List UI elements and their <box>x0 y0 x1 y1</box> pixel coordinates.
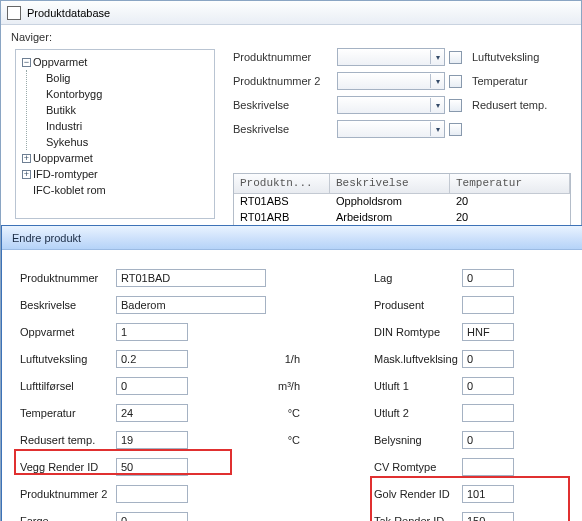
form-row: Temperatur°C <box>20 399 290 426</box>
filter-checkbox[interactable] <box>449 99 462 112</box>
filter-row: Produktnummer 2 ▾ Temperatur <box>233 69 573 93</box>
filter-option-label: Redusert temp. <box>472 99 547 111</box>
filter-label: Beskrivelse <box>233 123 333 135</box>
filter-checkbox[interactable] <box>449 51 462 64</box>
edit-body: ProduktnummerBeskrivelseOppvarmetLuftutv… <box>2 250 582 517</box>
expand-icon[interactable]: + <box>22 170 31 179</box>
field-input[interactable] <box>462 269 514 287</box>
field-input[interactable] <box>462 404 514 422</box>
upper-panel: Naviger: − Oppvarmet Bolig Kontorbygg Bu… <box>1 25 581 225</box>
field-input[interactable] <box>116 350 188 368</box>
filter-checkbox[interactable] <box>449 75 462 88</box>
window-title: Produktdatabase <box>27 7 110 19</box>
expand-icon[interactable]: + <box>22 154 31 163</box>
filter-label: Produktnummer 2 <box>233 75 333 87</box>
form-row: Produktnummer 2 <box>20 480 290 507</box>
field-input[interactable] <box>116 404 188 422</box>
form-row: Produktnummer <box>20 264 290 291</box>
field-input[interactable] <box>116 512 188 522</box>
tree-leaf[interactable]: Industri <box>35 118 208 134</box>
field-input[interactable] <box>462 350 514 368</box>
grid-row[interactable]: RT01ARB Arbeidsrom 20 <box>234 210 570 226</box>
field-input[interactable] <box>116 296 266 314</box>
field-label: Beskrivelse <box>20 299 116 311</box>
grid-col-header[interactable]: Temperatur <box>450 174 570 193</box>
filter-checkbox[interactable] <box>449 123 462 136</box>
field-input[interactable] <box>462 458 514 476</box>
edit-titlebar: Endre produkt <box>2 226 582 250</box>
form-row: Redusert temp.°C <box>20 426 290 453</box>
filter-combo[interactable]: ▾ <box>337 120 445 138</box>
form-row: Produsent <box>374 291 570 318</box>
grid-col-header[interactable]: Produktn... <box>234 174 330 193</box>
chevron-down-icon: ▾ <box>430 74 444 88</box>
field-label: Oppvarmet <box>20 326 116 338</box>
field-input[interactable] <box>116 458 188 476</box>
filter-label: Beskrivelse <box>233 99 333 111</box>
field-label: Belysning <box>374 434 462 446</box>
field-input[interactable] <box>462 512 514 522</box>
form-row: DIN Romtype <box>374 318 570 345</box>
field-label: Golv Render ID <box>374 488 462 500</box>
field-label: Redusert temp. <box>20 434 116 446</box>
form-row: Beskrivelse <box>20 291 290 318</box>
grid-cell: RT01ARB <box>234 210 330 226</box>
field-label: Farge <box>20 515 116 522</box>
grid-cell: Oppholdsrom <box>330 194 450 210</box>
field-label: Utluft 1 <box>374 380 462 392</box>
field-input[interactable] <box>116 269 266 287</box>
grid-cell: RT01ABS <box>234 194 330 210</box>
field-input[interactable] <box>462 485 514 503</box>
grid-cell: Arbeidsrom <box>330 210 450 226</box>
collapse-icon[interactable]: − <box>22 58 31 67</box>
filter-row: Produktnummer ▾ Luftutveksling <box>233 45 573 69</box>
field-input[interactable] <box>462 323 514 341</box>
field-label: Utluft 2 <box>374 407 462 419</box>
field-input[interactable] <box>462 377 514 395</box>
field-label: Temperatur <box>20 407 116 419</box>
field-input[interactable] <box>462 431 514 449</box>
main-window: Produktdatabase Naviger: − Oppvarmet Bol… <box>0 0 582 521</box>
field-label: Mask.luftvekls​ing <box>374 353 462 365</box>
filter-label: Produktnummer <box>233 51 333 63</box>
unit-label: °C <box>278 434 300 446</box>
tree-node[interactable]: − Oppvarmet <box>22 54 208 70</box>
form-row: CV Romtype <box>374 453 570 480</box>
grid-header: Produktn... Beskrivelse Temperatur <box>234 174 570 194</box>
filter-combo[interactable]: ▾ <box>337 72 445 90</box>
form-row: Lag <box>374 264 570 291</box>
tree-leaf[interactable]: Sykehus <box>35 134 208 150</box>
edit-right-column: LagProdusentDIN RomtypeMask.luftvekls​in… <box>374 264 570 521</box>
field-input[interactable] <box>462 296 514 314</box>
field-input[interactable] <box>116 323 188 341</box>
field-label: Vegg Render ID <box>20 461 116 473</box>
tree-leaf[interactable]: Kontorbygg <box>35 86 208 102</box>
field-label: Tak Render ID <box>374 515 462 522</box>
tree-leaf[interactable]: Butikk <box>35 102 208 118</box>
filter-combo[interactable]: ▾ <box>337 48 445 66</box>
unit-label: °C <box>278 407 300 419</box>
tree-node[interactable]: +Uoppvarmet <box>22 150 208 166</box>
edit-window: Endre produkt ProduktnummerBeskrivelseOp… <box>1 225 582 521</box>
tree-leaf[interactable]: IFC-koblet rom <box>22 182 208 198</box>
nav-tree[interactable]: − Oppvarmet Bolig Kontorbygg Butikk Indu… <box>15 49 215 219</box>
tree-leaf[interactable]: Bolig <box>35 70 208 86</box>
unit-label: m³/h <box>278 380 300 392</box>
filter-combo[interactable]: ▾ <box>337 96 445 114</box>
form-row: Luftutveksling1/h <box>20 345 290 372</box>
unit-label: 1/h <box>278 353 300 365</box>
form-row: Lufttilførselm³/h <box>20 372 290 399</box>
field-label: Produsent <box>374 299 462 311</box>
field-input[interactable] <box>116 431 188 449</box>
field-input[interactable] <box>116 485 188 503</box>
filter-option-label: Temperatur <box>472 75 528 87</box>
field-input[interactable] <box>116 377 188 395</box>
form-row: Oppvarmet <box>20 318 290 345</box>
tree-node[interactable]: +IFD-romtyper <box>22 166 208 182</box>
grid-col-header[interactable]: Beskrivelse <box>330 174 450 193</box>
grid-row[interactable]: RT01ABS Oppholdsrom 20 <box>234 194 570 210</box>
tree-leaf-label: Kontorbygg <box>46 86 102 102</box>
tree-node-label: IFD-romtyper <box>33 166 98 182</box>
tree-leaf-label: Industri <box>46 118 82 134</box>
tree-children: Bolig Kontorbygg Butikk Industri Sykehus <box>26 70 208 150</box>
